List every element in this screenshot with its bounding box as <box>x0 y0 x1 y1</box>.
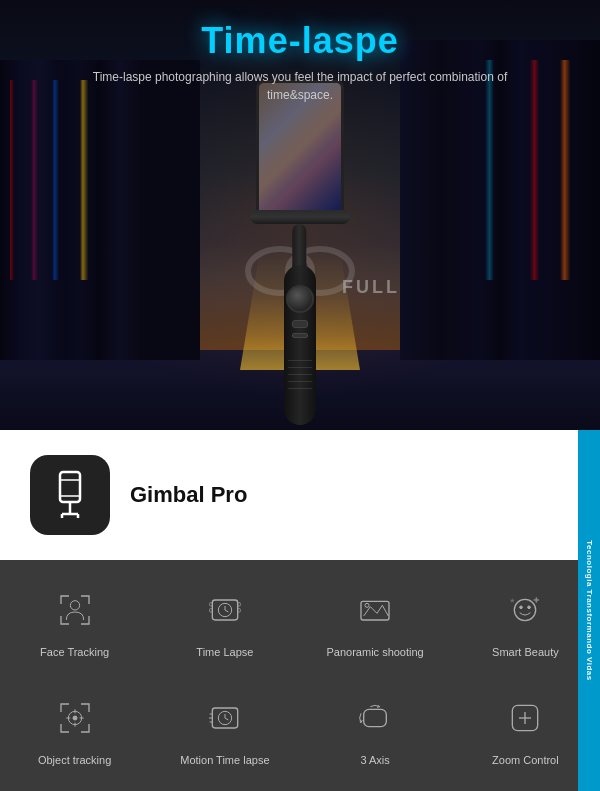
page-title: Time-laspe <box>0 20 600 62</box>
page-subtitle: Time-laspe photographing allows you feel… <box>0 68 600 104</box>
grip-line-3 <box>288 374 312 375</box>
joystick <box>286 285 314 313</box>
face-tracking-label: Face Tracking <box>40 645 109 659</box>
time-lapse-label: Time Lapse <box>196 645 253 659</box>
middle-section: Gimbal Pro Tecnologia Transformando Vida… <box>0 430 600 560</box>
feature-face-tracking: Face Tracking <box>0 568 149 675</box>
button-1 <box>292 320 308 328</box>
3-axis-label: 3 Axis <box>360 753 389 767</box>
grip-line-4 <box>288 381 312 382</box>
svg-point-28 <box>73 716 77 720</box>
hero-section: Time-laspe Time-laspe photographing allo… <box>0 0 600 430</box>
grip-line-1 <box>288 360 312 361</box>
svg-point-19 <box>365 604 369 608</box>
features-grid: Face Tracking Time Lapse <box>0 560 600 791</box>
motion-lapse-icon <box>198 691 252 745</box>
svg-point-9 <box>70 601 79 610</box>
time-lapse-icon <box>198 583 252 637</box>
app-name: Gimbal Pro <box>130 482 247 508</box>
gimbal-handle <box>284 265 316 425</box>
svg-rect-36 <box>364 710 387 727</box>
grip-line-2 <box>288 367 312 368</box>
feature-object-tracking: Object tracking <box>0 676 149 783</box>
panoramic-label: Panoramic shooting <box>327 645 424 659</box>
svg-line-13 <box>225 610 228 612</box>
svg-point-22 <box>528 606 531 609</box>
3-axis-icon <box>348 691 402 745</box>
zoom-control-label: Zoom Control <box>492 753 559 767</box>
gimbal-arm-h <box>250 210 350 224</box>
motion-lapse-label: Motion Time lapse <box>180 753 269 767</box>
object-tracking-icon <box>48 691 102 745</box>
svg-line-32 <box>225 718 228 720</box>
feature-3-axis: 3 Axis <box>301 676 450 783</box>
object-tracking-label: Object tracking <box>38 753 111 767</box>
neon-signs-left <box>10 80 150 280</box>
grip-line-5 <box>288 388 312 389</box>
smart-beauty-icon <box>498 583 552 637</box>
button-2 <box>292 333 308 338</box>
gimbal-device-image <box>220 80 380 430</box>
svg-rect-2 <box>60 472 80 502</box>
panoramic-icon <box>348 583 402 637</box>
feature-motion-lapse: Motion Time lapse <box>150 676 299 783</box>
app-icon <box>30 455 110 535</box>
svg-point-20 <box>515 600 536 621</box>
smart-beauty-label: Smart Beauty <box>492 645 559 659</box>
side-banner-bottom: Tecnologia Transformando Vidas <box>578 430 600 791</box>
svg-point-21 <box>520 606 523 609</box>
feature-panoramic: Panoramic shooting <box>301 568 450 675</box>
zoom-control-icon <box>498 691 552 745</box>
feature-time-lapse: Time Lapse <box>150 568 299 675</box>
side-banner-bottom-text: Tecnologia Transformando Vidas <box>585 540 594 681</box>
face-tracking-icon <box>48 583 102 637</box>
